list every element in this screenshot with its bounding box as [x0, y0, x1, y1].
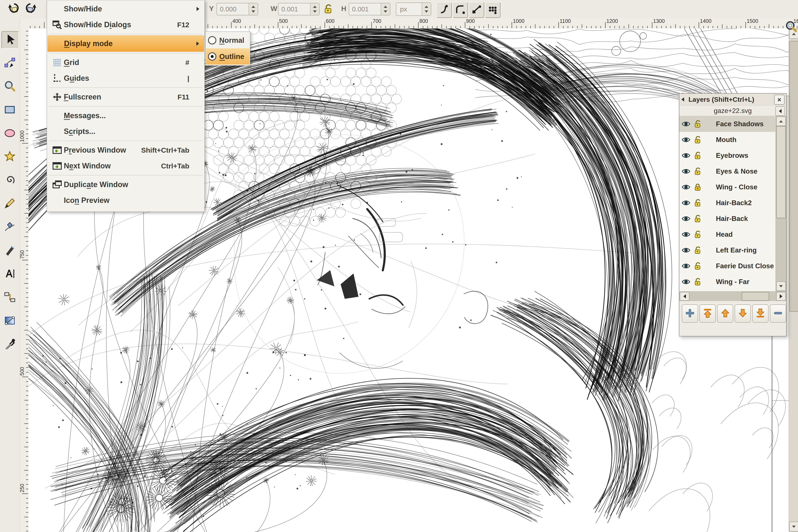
layer-row-mouth[interactable]: Mouth [679, 132, 775, 148]
tool-star-button[interactable] [1, 149, 18, 165]
toggle-scale-corners-button[interactable] [453, 2, 468, 18]
menu-item-show-hide-dialogs[interactable]: Show/Hide DialogsF12 [48, 17, 204, 33]
layer-row-wing-far[interactable]: Wing - Far [679, 274, 775, 290]
layer-lock-open-icon[interactable] [693, 214, 702, 223]
layer-lock-open-icon[interactable] [693, 119, 702, 129]
layer-row-eyes-nose[interactable]: Eyes & Nose [679, 164, 775, 179]
toggle-transform-patterns-button[interactable] [485, 2, 501, 18]
layers-horizontal-scrollbar[interactable] [679, 291, 786, 301]
lock-ratio-icon[interactable] [323, 3, 334, 15]
collapse-panel-button[interactable] [775, 106, 785, 116]
raise-layer-button[interactable] [717, 304, 733, 323]
layer-lock-open-icon[interactable] [693, 167, 702, 176]
units-dropdown[interactable]: px [396, 2, 431, 16]
y-field-spinner[interactable] [249, 3, 258, 15]
delete-layer-button[interactable] [770, 304, 786, 323]
menu-item-messages[interactable]: Messages... [48, 108, 204, 124]
layer-lock-open-icon[interactable] [693, 198, 702, 207]
layer-lock-open-icon[interactable] [693, 135, 702, 144]
layer-row-eyebrows[interactable]: Eyebrows [679, 148, 775, 164]
layer-visibility-eye-icon[interactable] [682, 183, 691, 192]
menu-item-previous-window[interactable]: Previous WindowShift+Ctrl+Tab [48, 142, 204, 158]
tool-dropper-button[interactable] [1, 336, 18, 353]
layer-lock-open-icon[interactable] [693, 230, 702, 239]
menu-item-shortcut: F11 [178, 93, 189, 101]
layers-scroll-down-button[interactable] [776, 281, 786, 291]
menu-item-icon-preview[interactable]: Icon Preview [48, 192, 204, 208]
lower-layer-to-bottom-button[interactable] [752, 304, 768, 323]
tool-rect-button[interactable] [1, 101, 18, 118]
tool-calligraphy-button[interactable] [1, 242, 18, 259]
w-field[interactable]: 0.001 [278, 3, 320, 15]
raise-layer-to-top-button[interactable] [700, 304, 716, 323]
toggle-scale-stroke-button[interactable] [436, 2, 452, 18]
tool-text-button[interactable] [1, 266, 18, 282]
tool-spiral-button[interactable] [1, 172, 18, 189]
layer-row-faerie-dust-close[interactable]: Faerie Dust Close [679, 258, 775, 274]
layer-lock-closed-icon[interactable] [693, 183, 702, 192]
layer-visibility-eye-icon[interactable] [682, 214, 691, 223]
toggle-transform-gradients-button[interactable] [469, 2, 484, 18]
menu-item-scripts[interactable]: Scripts... [48, 124, 204, 139]
tool-ellipse-button[interactable] [1, 125, 18, 141]
menu-item-fullscreen[interactable]: FullscreenF11 [48, 89, 204, 105]
layers-scroll-left-button[interactable] [680, 292, 689, 301]
layer-visibility-eye-icon[interactable] [682, 151, 691, 160]
layers-scroll-up-button[interactable] [776, 116, 786, 126]
units-spinner[interactable] [422, 3, 431, 15]
layer-row-hair-back[interactable]: Hair-Back [679, 211, 775, 227]
tool-select-button[interactable] [1, 31, 19, 49]
tool-pen-button[interactable] [1, 219, 18, 235]
dropper-tool-icon [4, 338, 16, 351]
layers-panel-titlebar[interactable]: Layers (Shift+Ctrl+L) × [679, 94, 786, 106]
scrollbar-thumb[interactable] [789, 41, 798, 312]
layer-visibility-eye-icon[interactable] [682, 246, 691, 255]
h-field-spinner[interactable] [381, 3, 390, 15]
layer-row-head[interactable]: Head [679, 227, 775, 242]
menu-item-show-hide[interactable]: Show/Hide [48, 1, 204, 17]
tool-node-button[interactable] [1, 55, 18, 71]
menu-item-display-mode[interactable]: Display mode [48, 36, 204, 52]
menu-item-grid[interactable]: Grid# [48, 55, 204, 70]
menu-item-duplicate-window[interactable]: Duplicate Window [48, 177, 204, 192]
layer-visibility-eye-icon[interactable] [682, 198, 691, 207]
canvas-vertical-scrollbar[interactable] [788, 28, 798, 532]
close-icon[interactable]: × [774, 95, 784, 104]
layer-row-hair-back2[interactable]: Hair-Back2 [679, 195, 775, 211]
display-mode-option-outline[interactable]: Outline [206, 49, 250, 64]
scroll-down-button[interactable] [789, 521, 798, 532]
layer-row-face-shadows[interactable]: Face Shadows [679, 116, 775, 132]
h-field[interactable]: 0.001 [349, 3, 390, 15]
add-layer-button[interactable] [682, 304, 698, 323]
layers-scrollbar[interactable] [776, 116, 786, 291]
lower-layer-button[interactable] [734, 304, 751, 323]
y-field[interactable]: 0.000 [217, 3, 258, 15]
menu-item-guides[interactable]: Guides| [48, 70, 204, 86]
layer-visibility-eye-icon[interactable] [682, 262, 691, 270]
tool-pencil-button[interactable] [1, 195, 18, 212]
layer-lock-open-icon[interactable] [693, 262, 702, 270]
layer-visibility-eye-icon[interactable] [682, 119, 691, 129]
layer-row-wing-close[interactable]: Wing - Close [679, 179, 775, 195]
layer-visibility-eye-icon[interactable] [682, 230, 691, 239]
layers-hscrollbar-thumb[interactable] [742, 292, 769, 301]
display-mode-option-normal[interactable]: Normal [206, 32, 250, 49]
menu-item-next-window[interactable]: Next WindowCtrl+Tab [48, 158, 204, 174]
layer-visibility-eye-icon[interactable] [682, 277, 691, 286]
layer-row-left-ear-ring[interactable]: Left Ear-ring [679, 242, 775, 258]
vertical-ruler[interactable]: 1000750500250 [20, 28, 29, 532]
layers-scroll-right-button[interactable] [776, 292, 786, 301]
layers-scrollbar-thumb[interactable] [776, 126, 786, 218]
layer-visibility-eye-icon[interactable] [682, 167, 691, 176]
layer-visibility-eye-icon[interactable] [682, 135, 691, 144]
layer-lock-open-icon[interactable] [693, 277, 702, 286]
layer-lock-open-icon[interactable] [693, 151, 702, 160]
zoom-corner-icon[interactable] [785, 20, 798, 33]
rotate-cw-button[interactable] [23, 1, 39, 17]
w-field-spinner[interactable] [310, 3, 319, 15]
tool-gradient-button[interactable] [1, 313, 18, 329]
tool-connector-button[interactable] [1, 289, 18, 306]
layer-lock-open-icon[interactable] [693, 246, 702, 255]
rotate-ccw-button[interactable] [6, 1, 21, 17]
tool-zoom-button[interactable] [1, 78, 18, 95]
